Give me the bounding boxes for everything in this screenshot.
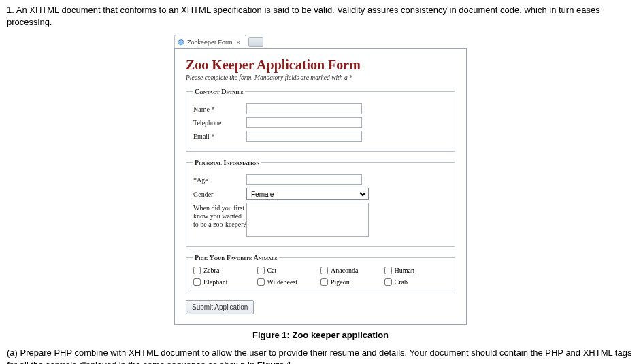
age-input[interactable] [246, 174, 362, 185]
animal-label: Crab [395, 278, 408, 286]
gender-label: Gender [193, 191, 246, 198]
checkbox[interactable] [384, 278, 392, 286]
animal-option-anaconda[interactable]: Anaconda [320, 267, 384, 274]
checkbox[interactable] [320, 267, 328, 274]
name-input[interactable] [246, 103, 362, 114]
animals-legend: Pick Your Favorite Animals [193, 254, 279, 261]
browser-tab[interactable]: Zookeeper Form × [174, 35, 246, 48]
email-label: Email * [193, 133, 246, 140]
personal-info-fieldset: Personal Information *Age Gender Female … [186, 159, 455, 247]
animal-label: Wildebeest [267, 278, 298, 286]
animal-label: Elephant [203, 278, 228, 286]
animal-option-zebra[interactable]: Zebra [193, 267, 257, 274]
form-subtitle: Please complete the form. Mandatory fiel… [186, 74, 455, 81]
age-label: *Age [193, 176, 246, 184]
favorite-animals-fieldset: Pick Your Favorite Animals Zebra Cat Ana… [186, 254, 455, 293]
animal-label: Anaconda [331, 267, 359, 274]
checkbox[interactable] [193, 278, 201, 286]
contact-details-fieldset: Contact Details Name * Telephone Email * [186, 88, 455, 152]
email-input[interactable] [246, 131, 362, 142]
name-label: Name * [193, 105, 246, 113]
animal-option-crab[interactable]: Crab [384, 278, 448, 286]
checkbox[interactable] [257, 267, 265, 274]
animal-label: Cat [267, 267, 277, 274]
question-number: 1. [7, 5, 14, 15]
task-text-before: Prepare PHP combine with XHTML document … [7, 348, 631, 364]
task-bold: Figure 1 [257, 360, 292, 364]
animal-option-human[interactable]: Human [384, 267, 448, 274]
close-icon[interactable]: × [235, 39, 242, 45]
animal-label: Human [395, 267, 414, 274]
new-tab-button[interactable] [248, 37, 263, 47]
checkbox[interactable] [320, 278, 328, 286]
globe-icon [178, 39, 184, 46]
telephone-label: Telephone [193, 119, 246, 127]
browser-screenshot: Zookeeper Form × Zoo Keeper Application … [174, 33, 467, 325]
form-title: Zoo Keeper Application Form [186, 57, 455, 73]
tab-title: Zookeeper Form [187, 39, 233, 46]
animal-option-cat[interactable]: Cat [257, 267, 321, 274]
question-text: An XHTML document that conforms to an XH… [7, 5, 600, 27]
question-paragraph: 1. An XHTML document that conforms to an… [7, 4, 634, 28]
checkbox[interactable] [384, 267, 392, 274]
personal-legend: Personal Information [193, 159, 261, 166]
task-text-after: . [291, 360, 294, 364]
checkbox[interactable] [193, 267, 201, 274]
animal-option-wildebeest[interactable]: Wildebeest [257, 278, 321, 286]
page-body: Zoo Keeper Application Form Please compl… [174, 48, 467, 325]
submit-button[interactable]: Submit Application [186, 300, 254, 314]
story-label: When did you first know you wanted to be… [193, 203, 246, 229]
telephone-input[interactable] [246, 117, 362, 128]
animal-option-pigeon[interactable]: Pigeon [320, 278, 384, 286]
figure-caption: Figure 1: Zoo keeper application [7, 330, 634, 340]
task-letter: (a) [7, 348, 18, 358]
task-paragraph: (a) Prepare PHP combine with XHTML docum… [7, 347, 634, 364]
animal-label: Pigeon [331, 278, 350, 286]
checkbox[interactable] [257, 278, 265, 286]
story-textarea[interactable] [246, 203, 369, 237]
gender-select[interactable]: Female [246, 188, 369, 200]
browser-tabbar: Zookeeper Form × [174, 33, 467, 48]
animal-label: Zebra [203, 267, 219, 274]
contact-legend: Contact Details [193, 88, 245, 95]
animal-option-elephant[interactable]: Elephant [193, 278, 257, 286]
